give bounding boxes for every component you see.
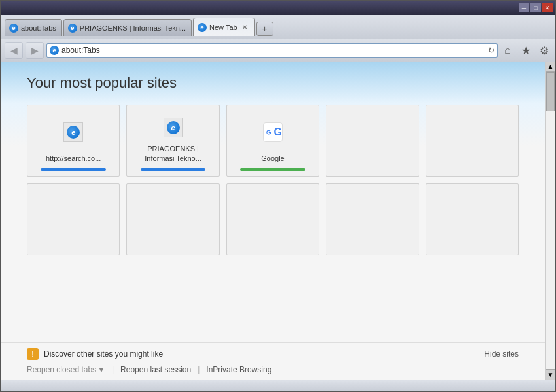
- tab-close-button[interactable]: ✕: [240, 23, 249, 32]
- tile-icon-area-google: G: [232, 111, 313, 154]
- google-svg: [264, 124, 274, 140]
- minimize-button[interactable]: ─: [519, 3, 529, 12]
- tile-label-google: Google: [261, 154, 284, 163]
- reopen-closed-tabs-link[interactable]: Reopen closed tabs ▼: [27, 365, 105, 374]
- forward-button[interactable]: ▶: [26, 42, 44, 59]
- toolbar-icons: ⌂ ★ ⚙: [500, 43, 551, 58]
- tile-empty-8[interactable]: [226, 183, 319, 255]
- separator-1: |: [112, 365, 114, 374]
- google-favicon: G: [263, 122, 283, 142]
- tab-new-tab[interactable]: e New Tab ✕: [193, 18, 255, 36]
- tile-favicon-priagoenks: e: [164, 118, 183, 137]
- tab-title-about: about:Tabs: [21, 24, 56, 32]
- tab-title-newtab: New Tab: [209, 24, 237, 31]
- tile-empty-10[interactable]: [426, 183, 519, 255]
- tile-favicon-search: e: [63, 122, 83, 142]
- home-button[interactable]: ⌂: [500, 43, 515, 58]
- hide-sites-link[interactable]: Hide sites: [484, 349, 519, 359]
- refresh-button[interactable]: ↻: [488, 46, 495, 55]
- tile-bar-search: [41, 168, 106, 171]
- tile-search[interactable]: e http://search.co...: [27, 105, 120, 177]
- reopen-row: Reopen closed tabs ▼ | Reopen last sessi…: [27, 365, 519, 374]
- reopen-last-session-link[interactable]: Reopen last session: [120, 365, 191, 374]
- discover-icon: !: [27, 348, 39, 360]
- tile-icon-area-search: e: [33, 111, 114, 154]
- scrollbar[interactable]: ▲ ▼: [545, 62, 555, 380]
- tile-bar-google: [240, 168, 305, 171]
- maximize-button[interactable]: □: [530, 3, 541, 12]
- scrollbar-up[interactable]: ▲: [546, 62, 555, 72]
- reopen-closed-label: Reopen closed tabs: [27, 365, 96, 374]
- scrollbar-down[interactable]: ▼: [546, 369, 555, 380]
- tile-label-search: http://search.co...: [46, 154, 101, 163]
- close-button[interactable]: ✕: [542, 3, 553, 12]
- tile-favicon-ie-priagoenks: e: [167, 121, 180, 134]
- reopen-dropdown-icon: ▼: [97, 365, 105, 374]
- browser-chrome: e about:Tabs e PRIAGOENKS | Informasi Te…: [1, 15, 555, 39]
- tab-title-priagoenks: PRIAGOENKS | Informasi Tekn...: [80, 24, 186, 32]
- tabs-bar: e about:Tabs e PRIAGOENKS | Informasi Te…: [5, 18, 551, 36]
- tab-favicon-ie-3: e: [198, 23, 207, 32]
- tab-priagoenks[interactable]: e PRIAGOENKS | Informasi Tekn...: [63, 19, 192, 36]
- scrollbar-track[interactable]: [546, 72, 555, 369]
- tile-empty-6[interactable]: [27, 183, 120, 255]
- tile-priagoenks-site[interactable]: e PRIAGOENKS | Informasi Tekno...: [126, 105, 219, 177]
- back-button[interactable]: ◀: [5, 42, 23, 59]
- favorites-button[interactable]: ★: [519, 43, 533, 58]
- address-bar-row: ◀ ▶ e about:Tabs ↻ ⌂ ★ ⚙: [1, 39, 555, 62]
- address-bar[interactable]: e about:Tabs ↻: [46, 43, 498, 58]
- discover-left: ! Discover other sites you might like: [27, 348, 163, 360]
- tile-icon-area-priagoenks: e: [132, 111, 213, 144]
- title-bar: ─ □ ✕: [1, 1, 555, 15]
- content-scroll-area[interactable]: Your most popular sites e http://search.…: [1, 62, 545, 380]
- new-tab-button[interactable]: +: [256, 22, 273, 36]
- address-url: about:Tabs: [61, 46, 485, 55]
- status-bar: [1, 380, 555, 391]
- bottom-bar: ! Discover other sites you might like Hi…: [1, 342, 545, 380]
- tile-google[interactable]: G Google: [226, 105, 319, 177]
- tile-bar-priagoenks: [141, 168, 206, 171]
- tile-favicon-ie-search: e: [67, 126, 80, 139]
- scrollbar-thumb[interactable]: [546, 72, 555, 111]
- tile-empty-7[interactable]: [126, 183, 219, 255]
- tile-empty-4[interactable]: [326, 105, 419, 177]
- separator-2: |: [198, 365, 200, 374]
- google-text: G: [274, 126, 282, 138]
- tile-empty-9[interactable]: [326, 183, 419, 255]
- tab-favicon-ie-2: e: [68, 24, 77, 33]
- inprivate-browsing-link[interactable]: InPrivate Browsing: [206, 365, 271, 374]
- discover-text: Discover other sites you might like: [44, 349, 163, 359]
- main-content: Your most popular sites e http://search.…: [1, 62, 545, 342]
- tile-empty-5[interactable]: [426, 105, 519, 177]
- page-title: Your most popular sites: [27, 75, 519, 92]
- content-wrapper: Your most popular sites e http://search.…: [1, 62, 555, 380]
- tab-favicon-ie: e: [9, 24, 18, 33]
- address-favicon: e: [50, 46, 59, 55]
- browser-window: ─ □ ✕ e about:Tabs e PRIAGOENKS | Inform…: [0, 0, 556, 392]
- tiles-grid: e http://search.co... e PRIAG: [27, 105, 519, 255]
- tab-about-tabs[interactable]: e about:Tabs: [5, 19, 62, 36]
- tile-label-priagoenks: PRIAGOENKS | Informasi Tekno...: [132, 144, 213, 163]
- discover-row: ! Discover other sites you might like Hi…: [27, 348, 519, 360]
- tools-button[interactable]: ⚙: [537, 43, 551, 58]
